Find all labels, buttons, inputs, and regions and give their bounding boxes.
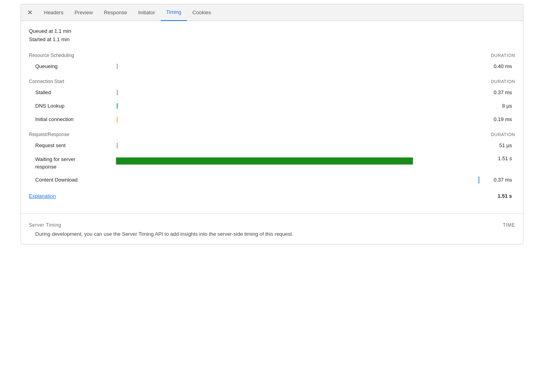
request-response-section: Request/Response DURATION Request sent 5… bbox=[29, 129, 515, 187]
resource-scheduling-header: Resource Scheduling DURATION bbox=[29, 50, 515, 60]
tab-headers[interactable]: Headers bbox=[38, 4, 69, 21]
dns-lookup-duration: 8 μs bbox=[479, 103, 515, 109]
explanation-link[interactable]: Explanation bbox=[29, 193, 56, 199]
server-timing-description: During development, you can use the Serv… bbox=[29, 230, 515, 238]
initial-connection-label: Initial connection bbox=[29, 116, 116, 122]
request-sent-row: Request sent 51 μs bbox=[29, 139, 515, 152]
close-button[interactable]: ✕ bbox=[24, 7, 35, 18]
dns-lookup-tick bbox=[117, 103, 118, 109]
initial-connection-row: Initial connection 0.19 ms bbox=[29, 113, 515, 126]
content-download-duration: 0.37 ms bbox=[479, 177, 515, 183]
stalled-duration: 0.37 ms bbox=[479, 89, 515, 95]
footer-row: Explanation 1.51 s bbox=[29, 190, 515, 202]
initial-connection-tick bbox=[117, 117, 118, 122]
stalled-label: Stalled bbox=[29, 89, 116, 95]
content-download-row: Content Download 0.37 ms bbox=[29, 173, 515, 187]
dns-lookup-row: DNS Lookup 8 μs bbox=[29, 99, 515, 113]
initial-connection-duration: 0.19 ms bbox=[479, 116, 515, 122]
waiting-row: Waiting for serverresponse 1.51 s bbox=[29, 152, 515, 173]
tab-response[interactable]: Response bbox=[98, 4, 133, 21]
timing-content: Queued at 1.1 min Started at 1.1 min Res… bbox=[21, 21, 523, 208]
info-block: Queued at 1.1 min Started at 1.1 min bbox=[29, 27, 515, 44]
tab-cookies[interactable]: Cookies bbox=[187, 4, 217, 21]
queueing-bar bbox=[116, 61, 479, 72]
queued-info: Queued at 1.1 min bbox=[29, 27, 515, 36]
stalled-tick bbox=[117, 90, 118, 95]
request-response-header: Request/Response DURATION bbox=[29, 129, 515, 139]
queueing-duration: 0.40 ms bbox=[479, 63, 515, 69]
total-duration: 1.51 s bbox=[498, 193, 515, 199]
queueing-label: Queueing bbox=[29, 63, 116, 69]
devtools-panel: ✕ Headers Preview Response Initiator Tim… bbox=[21, 4, 523, 244]
started-info: Started at 1.1 min bbox=[29, 36, 515, 44]
stalled-row: Stalled 0.37 ms bbox=[29, 86, 515, 99]
server-timing-time-col: TIME bbox=[503, 222, 515, 228]
connection-start-header: Connection Start DURATION bbox=[29, 76, 515, 86]
tab-initiator[interactable]: Initiator bbox=[133, 4, 161, 21]
tab-timing[interactable]: Timing bbox=[161, 4, 187, 21]
queueing-row: Queueing 0.40 ms bbox=[29, 60, 515, 73]
request-sent-label: Request sent bbox=[29, 142, 116, 148]
server-timing-header: Server Timing TIME bbox=[29, 218, 515, 230]
connection-start-section: Connection Start DURATION Stalled 0.37 m… bbox=[29, 76, 515, 126]
initial-connection-bar bbox=[116, 114, 479, 125]
waiting-bar bbox=[116, 155, 479, 166]
waiting-green-bar bbox=[116, 157, 413, 165]
request-sent-bar bbox=[116, 140, 479, 151]
tab-preview[interactable]: Preview bbox=[69, 4, 98, 21]
queueing-tick bbox=[117, 64, 118, 69]
stalled-bar bbox=[116, 87, 479, 98]
content-download-bar bbox=[116, 174, 479, 186]
request-sent-duration: 51 μs bbox=[479, 142, 515, 148]
server-timing-section: Server Timing TIME During development, y… bbox=[21, 218, 523, 244]
waiting-duration: 1.51 s bbox=[479, 155, 515, 161]
tab-bar: ✕ Headers Preview Response Initiator Tim… bbox=[21, 4, 523, 21]
request-sent-tick bbox=[117, 143, 118, 148]
resource-scheduling-section: Resource Scheduling DURATION Queueing 0.… bbox=[29, 50, 515, 73]
content-download-blue-bar bbox=[478, 176, 479, 184]
server-timing-label: Server Timing bbox=[29, 222, 61, 228]
waiting-label: Waiting for serverresponse bbox=[29, 155, 116, 171]
dns-lookup-label: DNS Lookup bbox=[29, 103, 116, 109]
content-download-label: Content Download bbox=[29, 177, 116, 183]
dns-lookup-bar bbox=[116, 100, 479, 112]
